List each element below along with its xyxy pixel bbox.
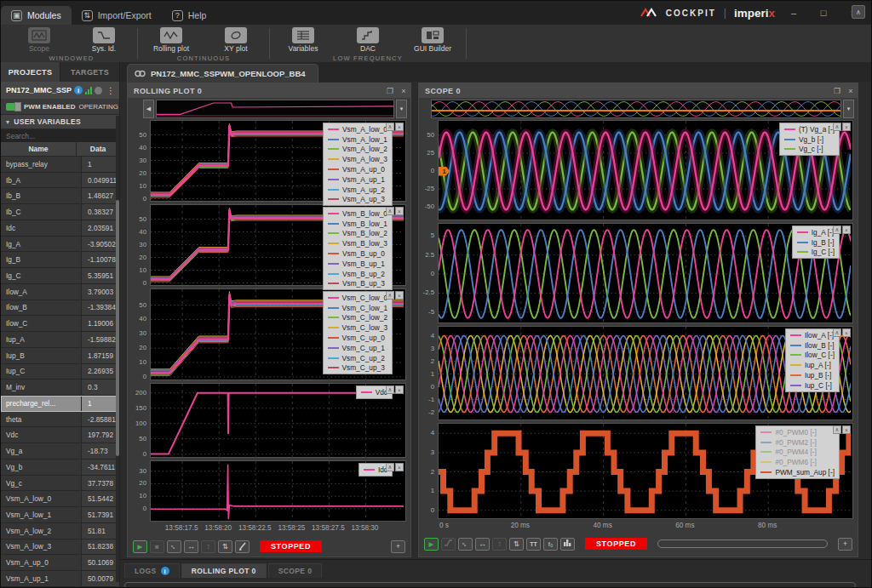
ribbon-item-gui-builder[interactable]: GUI Builder: [406, 27, 459, 53]
close-legend-icon[interactable]: ×: [395, 207, 404, 215]
sidebar-scrollbar[interactable]: [116, 116, 119, 582]
tab-import-export[interactable]: ⇅ Import/Export: [72, 6, 162, 25]
legend-entry[interactable]: Vsm_A_low_0: [328, 124, 387, 134]
legend-entry[interactable]: Vsm_A_low_2: [328, 145, 387, 155]
close-legend-icon[interactable]: ×: [395, 385, 404, 394]
navigator-dropdown-icon[interactable]: ▾: [396, 100, 407, 118]
ribbon-item-scope[interactable]: Scope: [13, 27, 66, 53]
stop-button[interactable]: ■: [150, 540, 164, 553]
column-data[interactable]: Data: [77, 142, 119, 156]
plot-legend[interactable]: Vsm_A_low_0Vsm_A_low_1Vsm_A_low_2Vsm_A_l…: [323, 123, 393, 206]
variable-value-cell[interactable]: -1.59882: [82, 332, 119, 347]
variable-value-cell[interactable]: 50.1069: [82, 555, 119, 570]
zoom-diagonal-button[interactable]: ↔: [167, 540, 181, 553]
table-row[interactable]: M_inv0.3: [1, 380, 119, 396]
variable-value-cell[interactable]: 1.48627: [82, 188, 119, 203]
add-plot-button[interactable]: +: [391, 540, 405, 553]
variable-value-cell[interactable]: 2.03591: [82, 220, 119, 236]
brush-button[interactable]: [235, 540, 250, 553]
add-plot-button[interactable]: +: [838, 538, 852, 551]
project-document-tab[interactable]: PN172_MMC_SSPWM_OPENLOOP_BB4: [127, 64, 318, 83]
plot-legend[interactable]: Vsm_B_low_0Vsm_B_low_1Vsm_B_low_2Vsm_B_l…: [323, 207, 393, 290]
bottom-tab-rolling-plot[interactable]: ROLLING PLOT 0: [181, 563, 267, 578]
legend-entry[interactable]: Vg_b [-]: [784, 134, 835, 145]
ribbon-item-variables[interactable]: Variables: [277, 27, 330, 53]
table-row[interactable]: precharge_rel...1: [1, 396, 119, 412]
variable-value-cell[interactable]: -3.90502: [82, 237, 119, 252]
ribbon-item-rolling-plot[interactable]: Rolling plot: [145, 27, 198, 53]
legend-entry[interactable]: Vsm_B_low_0: [328, 208, 387, 219]
legend-entry[interactable]: Ig_C [-]: [797, 248, 835, 258]
variable-value-cell[interactable]: -1.10078: [82, 252, 119, 267]
legend-entry[interactable]: Vsm_C_low_2: [328, 313, 388, 323]
legend-entry[interactable]: #0_PWM0 [-]: [760, 427, 835, 437]
popout-icon[interactable]: ❐: [383, 87, 397, 95]
variable-value-cell[interactable]: -1.39384: [82, 300, 119, 316]
variable-value-cell[interactable]: -18.73: [82, 443, 119, 459]
minimize-button[interactable]: –: [783, 3, 805, 22]
navigator-back-icon[interactable]: ◀: [143, 100, 154, 118]
variable-value-cell[interactable]: 37.7378: [82, 476, 119, 491]
legend-entry[interactable]: PWM_sum_Aup [-]: [760, 467, 835, 477]
legend-entry[interactable]: Vsm_B_up_2: [328, 269, 387, 279]
variable-value-cell[interactable]: 197.792: [82, 427, 119, 442]
variable-value-cell[interactable]: 2.26935: [82, 364, 119, 380]
collapse-legend-icon[interactable]: ∧: [833, 328, 841, 337]
variable-value-cell[interactable]: -34.7611: [82, 460, 119, 475]
column-name[interactable]: Name: [1, 142, 77, 156]
close-legend-icon[interactable]: ×: [395, 291, 404, 300]
close-legend-icon[interactable]: ×: [842, 328, 851, 337]
autoscale-vertical-button[interactable]: ⇅: [509, 538, 524, 551]
table-row[interactable]: Vg_c37.7378: [1, 476, 119, 492]
legend-entry[interactable]: Vsm_C_low_1: [328, 303, 388, 313]
pwm-toggle[interactable]: [6, 103, 20, 111]
legend-entry[interactable]: Vsm_B_up_3: [328, 279, 387, 289]
legend-entry[interactable]: Vsm_C_low_0: [328, 293, 388, 303]
plot-rp3[interactable]: 01020304050Vsm_C_low_0Vsm_C_low_1Vsm_C_l…: [150, 288, 406, 380]
trigger-single-button[interactable]: [441, 538, 456, 551]
variable-value-cell[interactable]: -2.85881: [82, 412, 119, 427]
legend-entry[interactable]: Iup_C [-]: [790, 380, 835, 391]
zoom-vertical-button[interactable]: ↕: [201, 540, 215, 553]
legend-entry[interactable]: Vsm_C_up_2: [328, 353, 388, 363]
info-icon[interactable]: i: [74, 86, 83, 94]
collapse-legend-icon[interactable]: ∧: [386, 291, 394, 300]
collapse-legend-icon[interactable]: ∧: [833, 123, 841, 131]
user-variables-header[interactable]: ▾ USER VARIABLES: [1, 115, 119, 129]
table-row[interactable]: theta-2.85881: [1, 412, 119, 428]
zoom-vertical-button[interactable]: ↕: [492, 538, 507, 551]
bottom-tab-scope[interactable]: SCOPE 0: [268, 563, 323, 578]
sidebar-tab-projects[interactable]: PROJECTS: [1, 62, 60, 82]
sidebar-tab-targets[interactable]: TARGETS: [60, 62, 120, 82]
navigator-dropdown-icon[interactable]: ▾: [843, 100, 854, 118]
legend-entry[interactable]: Vsm_B_low_3: [328, 238, 387, 248]
collapse-legend-icon[interactable]: ∧: [833, 225, 841, 234]
plot-legend[interactable]: Ilow_A [-]Ilow_B [-]Ilow_C [-]Iup_A [-]I…: [785, 328, 840, 392]
close-legend-icon[interactable]: ×: [842, 123, 851, 131]
legend-entry[interactable]: #0_PWM6 [-]: [760, 457, 835, 467]
legend-entry[interactable]: Ilow_C [-]: [790, 351, 835, 361]
legend-entry[interactable]: Ig_B [-]: [797, 237, 835, 248]
plot-rp5[interactable]: 0102030Idc∧×: [150, 460, 406, 522]
plot-sc4[interactable]: 01234#0_PWM0 [-]#0_PWM2 [-]#0_PWM4 [-]#0…: [438, 423, 853, 519]
close-panel-icon[interactable]: ×: [844, 87, 858, 95]
legend-entry[interactable]: Vsm_A_up_1: [328, 174, 387, 185]
legend-entry[interactable]: Vsm_A_low_3: [328, 154, 387, 164]
table-row[interactable]: Vsm_A_up_050.1069: [1, 555, 119, 571]
maximize-button[interactable]: □: [812, 3, 835, 22]
ribbon-item-sys-id-[interactable]: Sys. Id.: [77, 27, 130, 53]
plot-rp1[interactable]: 01020304050Vsm_A_low_0Vsm_A_low_1Vsm_A_l…: [150, 120, 406, 202]
legend-entry[interactable]: Vsm_A_up_3: [328, 195, 387, 205]
play-button[interactable]: ▶: [424, 538, 439, 551]
table-row[interactable]: Ilow_A3.79003: [1, 284, 119, 300]
legend-entry[interactable]: Vsm_B_low_1: [328, 219, 387, 229]
table-row[interactable]: Vg_a-18.73: [1, 443, 119, 460]
collapse-legend-icon[interactable]: ∧: [386, 207, 394, 215]
legend-entry[interactable]: Vsm_B_up_1: [328, 259, 387, 269]
close-legend-icon[interactable]: ×: [395, 123, 404, 131]
legend-entry[interactable]: Ilow_B [-]: [790, 340, 835, 351]
variable-value-cell[interactable]: 3.79003: [82, 284, 119, 300]
close-legend-icon[interactable]: ×: [842, 425, 851, 434]
cursors-button[interactable]: TT: [526, 538, 541, 551]
table-row[interactable]: Ilow_B-1.39384: [1, 300, 119, 317]
